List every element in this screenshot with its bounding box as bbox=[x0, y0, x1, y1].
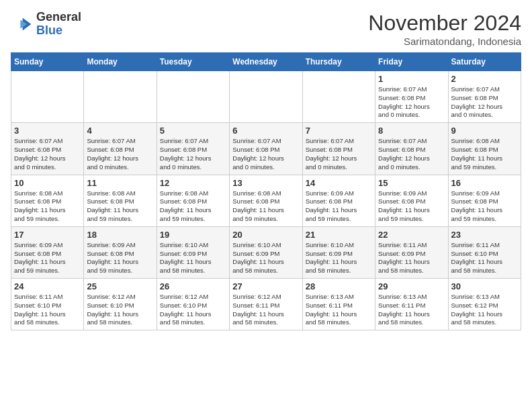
day-number: 17 bbox=[14, 230, 81, 240]
calendar-cell: 12Sunrise: 6:08 AM Sunset: 6:08 PM Dayli… bbox=[157, 175, 229, 226]
title-block: November 2024 Sarimatondang, Indonesia bbox=[368, 11, 521, 47]
calendar-week-row: 10Sunrise: 6:08 AM Sunset: 6:08 PM Dayli… bbox=[11, 175, 521, 226]
day-number: 11 bbox=[87, 178, 153, 188]
day-number: 20 bbox=[232, 230, 299, 240]
weekday-header-saturday: Saturday bbox=[448, 53, 521, 71]
day-info: Sunrise: 6:07 AM Sunset: 6:08 PM Dayligh… bbox=[87, 137, 153, 171]
day-info: Sunrise: 6:09 AM Sunset: 6:08 PM Dayligh… bbox=[451, 189, 518, 224]
day-info: Sunrise: 6:08 AM Sunset: 6:08 PM Dayligh… bbox=[87, 189, 153, 224]
calendar: SundayMondayTuesdayWednesdayThursdayFrid… bbox=[11, 52, 521, 330]
day-info: Sunrise: 6:13 AM Sunset: 6:11 PM Dayligh… bbox=[306, 293, 372, 327]
calendar-cell: 22Sunrise: 6:11 AM Sunset: 6:09 PM Dayli… bbox=[375, 226, 448, 278]
day-info: Sunrise: 6:07 AM Sunset: 6:08 PM Dayligh… bbox=[232, 137, 299, 171]
calendar-week-row: 17Sunrise: 6:09 AM Sunset: 6:08 PM Dayli… bbox=[11, 226, 521, 278]
day-number: 4 bbox=[87, 126, 153, 136]
calendar-cell: 17Sunrise: 6:09 AM Sunset: 6:08 PM Dayli… bbox=[11, 226, 84, 278]
calendar-cell: 15Sunrise: 6:09 AM Sunset: 6:08 PM Dayli… bbox=[375, 175, 448, 226]
calendar-cell: 13Sunrise: 6:08 AM Sunset: 6:08 PM Dayli… bbox=[230, 175, 302, 226]
calendar-cell: 2Sunrise: 6:07 AM Sunset: 6:08 PM Daylig… bbox=[448, 71, 521, 123]
day-info: Sunrise: 6:10 AM Sunset: 6:09 PM Dayligh… bbox=[306, 241, 372, 275]
day-number: 16 bbox=[451, 178, 518, 188]
day-number: 14 bbox=[306, 178, 372, 188]
weekday-header-monday: Monday bbox=[84, 53, 157, 71]
day-number: 2 bbox=[451, 74, 518, 84]
logo-text: General Blue bbox=[36, 11, 81, 38]
calendar-week-row: 1Sunrise: 6:07 AM Sunset: 6:08 PM Daylig… bbox=[11, 71, 521, 123]
day-info: Sunrise: 6:09 AM Sunset: 6:08 PM Dayligh… bbox=[378, 189, 445, 224]
weekday-header-row: SundayMondayTuesdayWednesdayThursdayFrid… bbox=[11, 53, 521, 71]
day-info: Sunrise: 6:11 AM Sunset: 6:10 PM Dayligh… bbox=[14, 293, 81, 327]
day-info: Sunrise: 6:09 AM Sunset: 6:08 PM Dayligh… bbox=[14, 241, 81, 275]
day-info: Sunrise: 6:10 AM Sunset: 6:09 PM Dayligh… bbox=[232, 241, 299, 275]
day-number: 6 bbox=[232, 126, 299, 136]
day-number: 24 bbox=[14, 281, 81, 291]
day-info: Sunrise: 6:08 AM Sunset: 6:08 PM Dayligh… bbox=[14, 189, 81, 224]
day-info: Sunrise: 6:10 AM Sunset: 6:09 PM Dayligh… bbox=[160, 241, 226, 275]
day-info: Sunrise: 6:11 AM Sunset: 6:09 PM Dayligh… bbox=[378, 241, 445, 275]
calendar-cell: 11Sunrise: 6:08 AM Sunset: 6:08 PM Dayli… bbox=[84, 175, 157, 226]
day-number: 29 bbox=[378, 281, 445, 291]
calendar-cell: 19Sunrise: 6:10 AM Sunset: 6:09 PM Dayli… bbox=[157, 226, 229, 278]
day-number: 15 bbox=[378, 178, 445, 188]
day-info: Sunrise: 6:07 AM Sunset: 6:08 PM Dayligh… bbox=[306, 137, 372, 171]
logo-icon bbox=[11, 13, 32, 35]
day-info: Sunrise: 6:12 AM Sunset: 6:11 PM Dayligh… bbox=[232, 293, 299, 327]
day-info: Sunrise: 6:12 AM Sunset: 6:10 PM Dayligh… bbox=[160, 293, 226, 327]
calendar-cell: 25Sunrise: 6:12 AM Sunset: 6:10 PM Dayli… bbox=[84, 279, 157, 330]
calendar-cell: 24Sunrise: 6:11 AM Sunset: 6:10 PM Dayli… bbox=[11, 279, 84, 330]
day-number: 10 bbox=[14, 178, 81, 188]
calendar-cell bbox=[11, 71, 84, 123]
day-number: 9 bbox=[451, 126, 518, 136]
day-number: 19 bbox=[160, 230, 226, 240]
calendar-cell: 20Sunrise: 6:10 AM Sunset: 6:09 PM Dayli… bbox=[230, 226, 302, 278]
calendar-cell bbox=[302, 71, 375, 123]
day-number: 30 bbox=[451, 281, 518, 291]
day-info: Sunrise: 6:08 AM Sunset: 6:08 PM Dayligh… bbox=[232, 189, 299, 224]
calendar-cell: 23Sunrise: 6:11 AM Sunset: 6:10 PM Dayli… bbox=[448, 226, 521, 278]
calendar-cell: 7Sunrise: 6:07 AM Sunset: 6:08 PM Daylig… bbox=[302, 123, 375, 175]
day-number: 27 bbox=[232, 281, 299, 291]
day-info: Sunrise: 6:13 AM Sunset: 6:11 PM Dayligh… bbox=[378, 293, 445, 327]
day-info: Sunrise: 6:07 AM Sunset: 6:08 PM Dayligh… bbox=[14, 137, 81, 171]
weekday-header-tuesday: Tuesday bbox=[157, 53, 229, 71]
day-number: 28 bbox=[306, 281, 372, 291]
day-number: 1 bbox=[378, 74, 445, 84]
day-number: 12 bbox=[160, 178, 226, 188]
calendar-cell: 26Sunrise: 6:12 AM Sunset: 6:10 PM Dayli… bbox=[157, 279, 229, 330]
page-header: General Blue November 2024 Sarimatondang… bbox=[11, 11, 521, 47]
calendar-cell: 27Sunrise: 6:12 AM Sunset: 6:11 PM Dayli… bbox=[230, 279, 302, 330]
weekday-header-thursday: Thursday bbox=[302, 53, 375, 71]
calendar-cell bbox=[84, 71, 157, 123]
day-number: 22 bbox=[378, 230, 445, 240]
calendar-cell bbox=[230, 71, 302, 123]
day-info: Sunrise: 6:11 AM Sunset: 6:10 PM Dayligh… bbox=[451, 241, 518, 275]
day-number: 3 bbox=[14, 126, 81, 136]
calendar-cell bbox=[157, 71, 229, 123]
calendar-cell: 1Sunrise: 6:07 AM Sunset: 6:08 PM Daylig… bbox=[375, 71, 448, 123]
day-info: Sunrise: 6:08 AM Sunset: 6:08 PM Dayligh… bbox=[451, 137, 518, 171]
day-number: 18 bbox=[87, 230, 153, 240]
weekday-header-sunday: Sunday bbox=[11, 53, 84, 71]
day-info: Sunrise: 6:12 AM Sunset: 6:10 PM Dayligh… bbox=[87, 293, 153, 327]
weekday-header-wednesday: Wednesday bbox=[230, 53, 302, 71]
calendar-cell: 30Sunrise: 6:13 AM Sunset: 6:12 PM Dayli… bbox=[448, 279, 521, 330]
calendar-cell: 8Sunrise: 6:07 AM Sunset: 6:08 PM Daylig… bbox=[375, 123, 448, 175]
day-number: 5 bbox=[160, 126, 226, 136]
calendar-cell: 10Sunrise: 6:08 AM Sunset: 6:08 PM Dayli… bbox=[11, 175, 84, 226]
day-number: 23 bbox=[451, 230, 518, 240]
day-number: 13 bbox=[232, 178, 299, 188]
day-info: Sunrise: 6:09 AM Sunset: 6:08 PM Dayligh… bbox=[306, 189, 372, 224]
day-number: 26 bbox=[160, 281, 226, 291]
location: Sarimatondang, Indonesia bbox=[368, 36, 521, 47]
day-info: Sunrise: 6:09 AM Sunset: 6:08 PM Dayligh… bbox=[87, 241, 153, 275]
calendar-body: 1Sunrise: 6:07 AM Sunset: 6:08 PM Daylig… bbox=[11, 71, 521, 330]
day-info: Sunrise: 6:07 AM Sunset: 6:08 PM Dayligh… bbox=[451, 85, 518, 120]
calendar-cell: 4Sunrise: 6:07 AM Sunset: 6:08 PM Daylig… bbox=[84, 123, 157, 175]
calendar-cell: 9Sunrise: 6:08 AM Sunset: 6:08 PM Daylig… bbox=[448, 123, 521, 175]
day-number: 21 bbox=[306, 230, 372, 240]
logo: General Blue bbox=[11, 11, 81, 38]
logo-blue: Blue bbox=[36, 24, 81, 38]
calendar-cell: 18Sunrise: 6:09 AM Sunset: 6:08 PM Dayli… bbox=[84, 226, 157, 278]
day-number: 7 bbox=[306, 126, 372, 136]
calendar-cell: 21Sunrise: 6:10 AM Sunset: 6:09 PM Dayli… bbox=[302, 226, 375, 278]
